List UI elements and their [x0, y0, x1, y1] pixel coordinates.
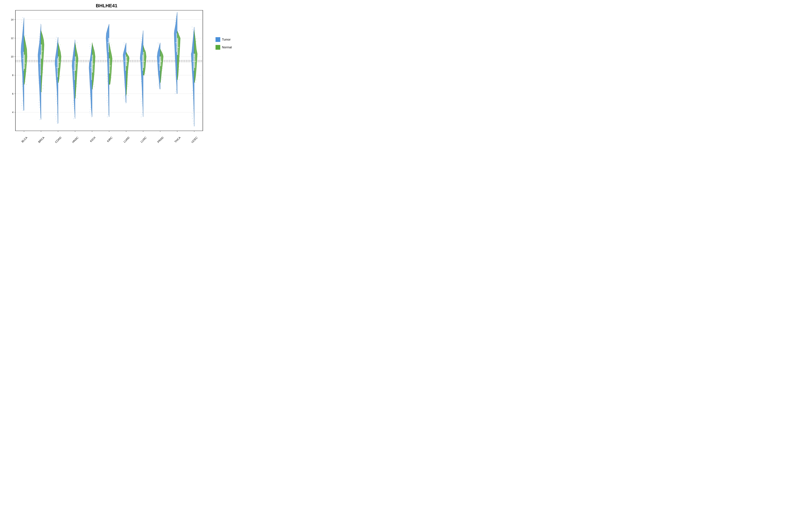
- svg-rect-219: [74, 61, 75, 80]
- svg-point-49: [23, 51, 24, 51]
- svg-point-383: [109, 48, 109, 48]
- svg-point-652: [175, 22, 175, 23]
- svg-point-235: [74, 92, 75, 93]
- svg-point-311: [91, 74, 92, 74]
- svg-point-537: [145, 58, 146, 58]
- svg-text:THCA: THCA: [174, 136, 181, 143]
- svg-point-91: [40, 117, 41, 117]
- svg-point-26: [22, 105, 22, 106]
- svg-point-534: [143, 62, 144, 63]
- svg-point-561: [160, 78, 160, 78]
- svg-point-276: [77, 57, 77, 58]
- svg-point-268: [76, 80, 76, 81]
- svg-point-525: [143, 31, 144, 31]
- svg-point-141: [43, 56, 43, 57]
- svg-point-37: [22, 79, 23, 80]
- svg-point-566: [158, 72, 159, 73]
- svg-point-558: [159, 82, 159, 82]
- svg-point-319: [90, 59, 91, 60]
- svg-point-401: [110, 69, 111, 69]
- svg-point-382: [108, 50, 109, 51]
- svg-point-412: [111, 45, 111, 45]
- svg-point-299: [90, 96, 90, 97]
- svg-point-670: [177, 49, 177, 49]
- svg-point-673: [178, 41, 179, 41]
- svg-point-675: [177, 36, 177, 36]
- svg-point-36: [22, 81, 22, 82]
- svg-point-294: [91, 105, 92, 106]
- svg-point-95: [39, 107, 40, 108]
- svg-point-346: [92, 45, 93, 46]
- svg-point-241: [74, 80, 75, 80]
- svg-point-470: [128, 72, 128, 73]
- svg-point-231: [73, 100, 74, 101]
- svg-point-526: [144, 75, 145, 75]
- svg-point-100: [40, 95, 41, 96]
- svg-point-518: [142, 46, 143, 47]
- svg-point-594: [162, 79, 162, 79]
- svg-rect-351: [108, 38, 109, 52]
- svg-point-409: [109, 51, 109, 52]
- svg-point-443: [125, 67, 125, 68]
- svg-point-630: [177, 68, 177, 69]
- svg-point-490: [143, 108, 143, 108]
- svg-point-226: [74, 110, 75, 111]
- svg-point-639: [177, 50, 177, 50]
- svg-point-358: [109, 107, 109, 108]
- svg-point-420: [126, 103, 126, 103]
- svg-point-602: [160, 65, 160, 65]
- svg-point-130: [42, 92, 42, 92]
- svg-point-122: [39, 41, 39, 42]
- chart-container: BHLHE41 mRNA Expression (RNASeq V2, log2…: [0, 0, 237, 148]
- svg-point-434: [124, 81, 125, 81]
- svg-point-604: [162, 61, 162, 62]
- svg-point-127: [41, 29, 41, 30]
- svg-point-43: [22, 65, 22, 66]
- svg-point-247: [73, 68, 73, 68]
- svg-point-296: [92, 102, 92, 102]
- svg-point-577: [160, 59, 160, 60]
- svg-point-178: [56, 74, 57, 75]
- svg-point-79: [26, 46, 27, 46]
- svg-point-572: [158, 65, 159, 66]
- legend-normal-label: Normal: [222, 46, 232, 49]
- svg-point-496: [142, 95, 142, 95]
- svg-point-529: [143, 70, 144, 71]
- svg-point-215: [59, 43, 59, 43]
- svg-point-337: [92, 67, 92, 67]
- svg-point-356: [108, 112, 109, 112]
- svg-point-52: [22, 44, 22, 44]
- svg-point-229: [73, 104, 73, 105]
- svg-point-669: [177, 51, 178, 52]
- svg-point-625: [175, 79, 176, 79]
- svg-point-50: [23, 48, 23, 49]
- svg-point-256: [73, 50, 73, 50]
- svg-rect-617: [177, 38, 178, 55]
- svg-point-186: [56, 57, 56, 57]
- svg-point-208: [59, 57, 60, 58]
- svg-point-581: [158, 54, 158, 55]
- normal-swatch: [215, 45, 220, 50]
- svg-point-486: [141, 117, 141, 117]
- svg-point-582: [158, 53, 158, 54]
- svg-point-684: [194, 126, 195, 126]
- svg-point-635: [175, 58, 175, 58]
- svg-point-712: [193, 55, 194, 55]
- svg-point-396: [110, 80, 111, 80]
- svg-point-111: [40, 68, 41, 69]
- svg-text:BLCA: BLCA: [21, 136, 28, 143]
- svg-point-672: [179, 44, 180, 44]
- svg-point-263: [76, 95, 77, 96]
- svg-point-372: [107, 74, 108, 74]
- svg-point-98: [39, 100, 40, 100]
- svg-point-405: [109, 60, 110, 60]
- svg-point-328: [93, 89, 93, 90]
- svg-point-598: [160, 72, 161, 72]
- svg-point-438: [125, 75, 126, 75]
- svg-point-634: [175, 60, 175, 60]
- svg-point-718: [194, 39, 194, 40]
- svg-point-618: [175, 94, 175, 94]
- svg-point-360: [107, 102, 108, 103]
- svg-point-295: [92, 104, 92, 104]
- svg-point-236: [73, 90, 74, 91]
